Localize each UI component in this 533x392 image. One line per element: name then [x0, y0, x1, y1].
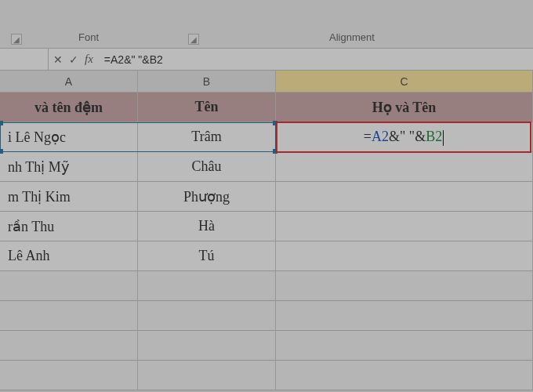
cell-c6[interactable]	[276, 241, 533, 271]
header-cell-c[interactable]: Họ và Tên	[276, 93, 533, 122]
cell-a6[interactable]: Lê Anh	[0, 241, 138, 271]
ribbon: ◢ Font ◢ Alignment	[0, 0, 533, 49]
header-cell-b[interactable]: Tên	[138, 93, 276, 122]
cell-a2[interactable]: i Lê Ngọc	[0, 122, 138, 152]
cell-b2[interactable]: Trâm	[138, 122, 276, 152]
column-header-a[interactable]: A	[0, 71, 138, 93]
cell-a4[interactable]: m Thị Kim	[0, 182, 138, 212]
sheet-body[interactable]: và tên đệm Tên Họ và Tên i Lê Ngọc Trâm …	[0, 93, 533, 271]
column-header-b[interactable]: B	[138, 71, 276, 93]
formula-bar: ✕ ✓ fx =A2&" "&B2	[0, 49, 533, 71]
enter-icon[interactable]: ✓	[69, 53, 78, 66]
cell-a3[interactable]: nh Thị Mỹ	[0, 152, 138, 182]
spreadsheet-grid[interactable]: A B C và tên đệm Tên Họ và Tên i Lê Ngọc…	[0, 71, 533, 390]
empty-cell[interactable]	[0, 331, 138, 361]
dialog-launcher-icon[interactable]: ◢	[11, 34, 22, 45]
empty-cell[interactable]	[0, 361, 138, 390]
active-cell-c2[interactable]: =A2&" "&B2	[276, 122, 531, 153]
insert-function-icon[interactable]: fx	[85, 53, 93, 66]
empty-cell[interactable]	[276, 271, 533, 301]
cell-b4[interactable]: Phượng	[138, 182, 276, 212]
name-box[interactable]	[0, 49, 49, 70]
empty-cell[interactable]	[0, 301, 138, 331]
empty-cell[interactable]	[0, 271, 138, 301]
cancel-icon[interactable]: ✕	[53, 53, 63, 66]
dialog-launcher-icon[interactable]: ◢	[188, 34, 199, 45]
cell-b5[interactable]: Hà	[138, 212, 276, 241]
empty-cell[interactable]	[138, 271, 276, 301]
empty-cell[interactable]	[276, 331, 533, 361]
formula-input[interactable]: =A2&" "&B2	[98, 53, 533, 66]
ribbon-group-alignment-label: Alignment	[329, 31, 375, 43]
empty-cell[interactable]	[138, 301, 276, 331]
cell-b3[interactable]: Châu	[138, 152, 276, 182]
cell-c5[interactable]	[276, 212, 533, 241]
column-header-c[interactable]: C	[276, 71, 533, 93]
text-cursor	[443, 130, 444, 146]
cell-b6[interactable]: Tú	[138, 241, 276, 271]
cell-a5[interactable]: rần Thu	[0, 212, 138, 241]
empty-cell[interactable]	[138, 361, 276, 390]
empty-cell[interactable]	[276, 301, 533, 331]
empty-cell[interactable]	[138, 331, 276, 361]
cell-c4[interactable]	[276, 182, 533, 212]
header-cell-a[interactable]: và tên đệm	[0, 93, 138, 122]
empty-cell[interactable]	[276, 361, 533, 390]
inline-formula: =A2&" "&B2	[364, 129, 444, 146]
cell-c3[interactable]	[276, 152, 533, 182]
ribbon-group-font-label: Font	[78, 31, 99, 43]
